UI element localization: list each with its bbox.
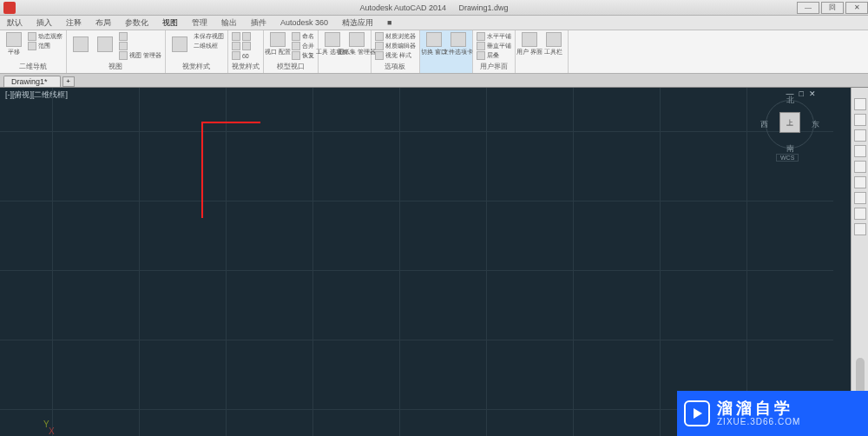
nav-tool[interactable] — [854, 114, 866, 126]
viewcube-east[interactable]: 东 — [812, 119, 819, 130]
mat-browser[interactable]: 材质浏览器 — [375, 32, 416, 41]
minimize-button[interactable]: — — [797, 2, 819, 14]
panel-label: 用户界面 — [477, 62, 511, 71]
view-small[interactable] — [119, 42, 161, 50]
close-button[interactable]: ✕ — [845, 2, 868, 14]
menu-tab[interactable]: 插件 — [244, 16, 273, 30]
nav-tool[interactable] — [854, 223, 866, 235]
window-controls: — 回 ✕ — [795, 2, 868, 14]
viewcube-face[interactable]: 上 — [779, 112, 800, 133]
viewcube-wcs[interactable]: WCS — [776, 154, 799, 162]
mat-editor[interactable]: 材质编辑器 — [375, 42, 416, 50]
nav-tool[interactable] — [854, 145, 866, 157]
extents-button[interactable]: 范围 — [28, 42, 62, 50]
extents-icon — [28, 42, 36, 50]
grid-line — [660, 88, 661, 436]
menu-tab[interactable]: 默认 — [0, 16, 30, 30]
pan-icon — [6, 32, 22, 47]
menu-tab[interactable]: 管理 — [185, 16, 214, 30]
view-icon — [97, 36, 113, 52]
tile-h[interactable]: 水平平铺 — [477, 32, 511, 41]
wireframe-2d[interactable]: 二维线框 — [194, 42, 224, 50]
filetab-icon — [450, 32, 466, 47]
sheet-icon — [349, 32, 365, 47]
menu-tab[interactable]: Autodesk 360 — [273, 16, 335, 30]
switch-icon — [426, 32, 442, 47]
watermark-url: ZIXUE.3D66.COM — [717, 417, 800, 426]
viewcube[interactable]: 上 北 南 西 东 WCS — [764, 96, 816, 166]
view-btn[interactable] — [70, 32, 91, 56]
menu-tab[interactable]: 注释 — [59, 16, 89, 30]
ribbon-panel-palettes2: 材质浏览器 材质编辑器 视觉 样式 选项板 — [372, 30, 420, 73]
nav-tool[interactable] — [854, 176, 866, 188]
vstyle-icon — [172, 36, 187, 52]
menu-tab[interactable]: 精选应用 — [335, 16, 380, 30]
vstyle-small[interactable] — [232, 42, 251, 50]
nav-tool[interactable] — [854, 192, 866, 204]
menu-tab[interactable]: 布局 — [89, 16, 118, 30]
opacity-icon — [232, 51, 240, 60]
new-tab-button[interactable]: + — [62, 76, 75, 87]
mat-icon — [375, 32, 384, 41]
mat-icon — [375, 42, 384, 50]
viewcube-north[interactable]: 北 — [786, 95, 794, 106]
title-center: Autodesk AutoCAD 2014 Drawing1.dwg — [359, 3, 508, 12]
view-btn[interactable] — [95, 32, 115, 56]
menu-tab[interactable]: 插入 — [30, 16, 59, 30]
saved-view[interactable]: 未保存视图 — [194, 32, 224, 41]
tile-v[interactable]: 垂直平铺 — [477, 42, 511, 50]
app-name: Autodesk AutoCAD 2014 — [359, 3, 446, 12]
grid-line — [573, 88, 574, 436]
vstyle-icon — [232, 42, 240, 50]
maximize-button[interactable]: 回 — [821, 2, 844, 14]
nav-tool[interactable] — [854, 208, 866, 220]
view-manager[interactable]: 视图 管理器 — [119, 51, 161, 60]
nav-tool[interactable] — [854, 129, 866, 142]
ribbon-panel-nav: 平移 动态观察 范围 二维导航 — [0, 30, 67, 73]
nav-tool[interactable] — [854, 98, 866, 110]
line-left[interactable] — [254, 182, 260, 218]
menu-tab[interactable]: 参数化 — [118, 16, 155, 30]
menu-tab[interactable]: 输出 — [214, 16, 244, 30]
opacity-input[interactable]: 60 — [232, 51, 251, 60]
vstyle-btn[interactable] — [169, 32, 190, 56]
vstyle-icon — [242, 32, 251, 41]
switch-window[interactable]: 切换 窗口 — [424, 32, 444, 56]
drawing-area[interactable]: [-][俯视][二维线框] — □ ✕ 上 北 — [0, 88, 868, 436]
ribbon-panel-vstyle: 未保存视图 二维线框 视觉样式 — [166, 30, 228, 73]
vp-merge[interactable]: 合并 — [292, 42, 314, 50]
grid-line — [399, 88, 400, 436]
document-tab[interactable]: Drawing1* — [3, 76, 61, 87]
vstyle-small[interactable] — [232, 32, 251, 41]
grid-line — [746, 88, 747, 436]
ribbon-panel-viewport: 视口 配置 命名 合并 恢复 模型视口 — [264, 30, 319, 73]
file-tabs[interactable]: 文件选项卡 — [448, 32, 469, 56]
sheet-set[interactable]: 图纸集 管理器 — [346, 32, 367, 56]
viewcube-west[interactable]: 西 — [760, 119, 768, 130]
vstyle-pal[interactable]: 视觉 样式 — [375, 51, 416, 60]
ribbon-panel-ui2: 用户 界面 工具栏 — [516, 30, 569, 73]
view-icon — [73, 36, 89, 52]
vp-restore[interactable]: 恢复 — [292, 51, 314, 60]
viewport-config[interactable]: 视口 配置 — [267, 32, 288, 56]
ui-button[interactable]: 用户 界面 — [519, 32, 540, 56]
ribbon-panel-views: 视图 管理器 视图 — [67, 30, 166, 73]
geometry — [0, 88, 260, 218]
vp-named[interactable]: 命名 — [292, 32, 314, 41]
menu-tab[interactable]: ■ — [380, 16, 398, 30]
pan-button[interactable]: 平移 — [3, 32, 24, 56]
menu-tab-active[interactable]: 视图 — [155, 16, 185, 30]
vstyle-icon — [232, 32, 240, 41]
view-icon — [119, 42, 128, 50]
watermark-cn: 溜溜自学 — [717, 400, 800, 418]
right-toolbar — [851, 88, 868, 436]
cascade[interactable]: 层叠 — [477, 51, 511, 60]
nav-tool[interactable] — [854, 161, 866, 173]
orbit-button[interactable]: 动态观察 — [28, 32, 62, 41]
vs-icon — [375, 51, 384, 60]
app-icon[interactable] — [3, 2, 16, 14]
view-small[interactable] — [119, 32, 161, 41]
panel-label: 视图 — [70, 62, 161, 71]
ribbon-panel-ui: 水平平铺 垂直平铺 层叠 用户界面 — [473, 30, 516, 73]
toolbar-button[interactable]: 工具栏 — [543, 32, 564, 56]
